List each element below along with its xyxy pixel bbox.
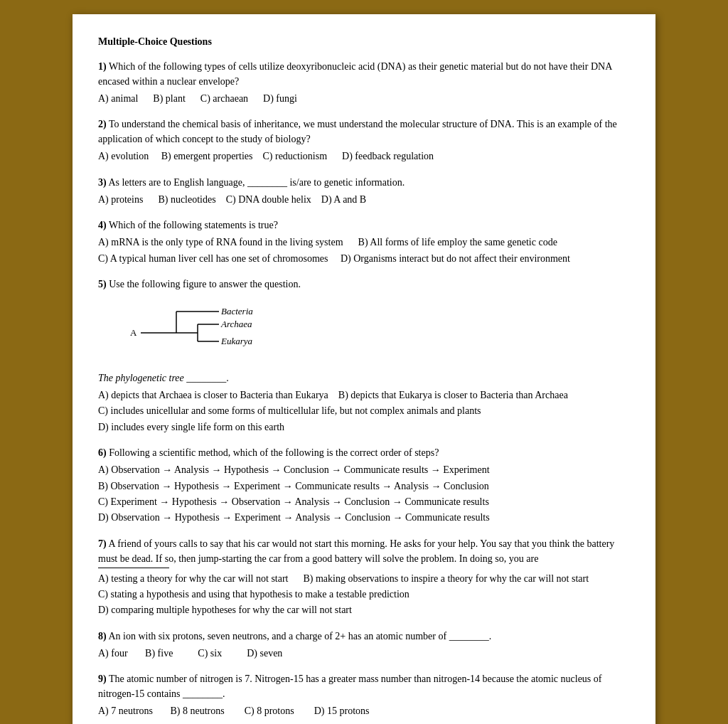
- page-title: Multiple-Choice Questions: [98, 34, 630, 49]
- q5-text: 5) Use the following figure to answer th…: [98, 277, 630, 292]
- q3-text: 3) As letters are to English language, _…: [98, 175, 630, 190]
- question-8: 8) An ion with six protons, seven neutro…: [98, 629, 630, 661]
- q9-text: 9) The atomic number of nitrogen is 7. N…: [98, 671, 630, 701]
- tree-label-bacteria: Bacteria: [221, 306, 253, 316]
- q9-answers: A) 7 neutrons B) 8 neutrons C) 8 protons…: [98, 703, 630, 719]
- q7-answers: A) testing a theory for why the car will…: [98, 571, 630, 619]
- question-4: 4) Which of the following statements is …: [98, 218, 630, 267]
- q7-text: 7) A friend of yours calls to say that h…: [98, 536, 630, 566]
- q3-number: 3): [98, 177, 107, 188]
- q6-answer-d: D) Observation → Hypothesis → Experiment…: [98, 510, 630, 526]
- q6-number: 6): [98, 447, 107, 458]
- q5-number: 5): [98, 279, 107, 289]
- q5-caption: The phylogenetic tree ________.: [98, 371, 630, 385]
- question-1: 1) Which of the following types of cells…: [98, 59, 630, 107]
- question-2: 2) To understand the chemical basis of i…: [98, 117, 630, 164]
- header-block: Multiple-Choice Questions: [98, 34, 630, 49]
- q6-answers: A) Observation → Analysis → Hypothesis →…: [98, 462, 630, 526]
- q6-answer-b: B) Observation → Hypothesis → Experiment…: [98, 479, 630, 494]
- q4-answer-c: C) A typical human liver cell has one se…: [98, 251, 630, 267]
- question-6: 6) Following a scientific method, which …: [98, 445, 630, 526]
- question-5: 5) Use the following figure to answer th…: [98, 277, 630, 435]
- phylo-tree-container: A Bacteria Archaea Eukarya: [127, 297, 630, 365]
- q1-text: 1) Which of the following types of cells…: [98, 59, 630, 89]
- q2-number: 2): [98, 119, 107, 129]
- tree-label-eukarya: Eukarya: [220, 336, 253, 346]
- blank-line: [98, 568, 169, 568]
- q4-text: 4) Which of the following statements is …: [98, 218, 630, 233]
- tree-label-archaea: Archaea: [220, 319, 252, 329]
- q6-answer-a: A) Observation → Analysis → Hypothesis →…: [98, 462, 630, 478]
- q6-text: 6) Following a scientific method, which …: [98, 445, 630, 460]
- phylo-tree-svg: A Bacteria Archaea Eukarya: [127, 297, 297, 365]
- q5-answers: A) depicts that Archaea is closer to Bac…: [98, 388, 630, 435]
- q8-answers: A) four B) five C) six D) seven: [98, 646, 630, 661]
- q2-text: 2) To understand the chemical basis of i…: [98, 117, 630, 147]
- q1-number: 1): [98, 61, 107, 72]
- q2-answers: A) evolution B) emergent properties C) r…: [98, 149, 630, 164]
- q8-text: 8) An ion with six protons, seven neutro…: [98, 629, 630, 644]
- q7-answer-d: D) comparing multiple hypotheses for why…: [98, 602, 630, 618]
- q4-answers: A) mRNA is the only type of RNA found in…: [98, 235, 630, 267]
- q8-number: 8): [98, 631, 107, 642]
- q3-answers: A) proteins B) nucleotides C) DNA double…: [98, 192, 630, 208]
- q7-answer-a: A) testing a theory for why the car will…: [98, 571, 630, 587]
- q5-answer-c: C) includes unicellular and some forms o…: [98, 403, 630, 419]
- q4-answer-a: A) mRNA is the only type of RNA found in…: [98, 235, 630, 250]
- q7-answer-c: C) stating a hypothesis and using that h…: [98, 587, 630, 602]
- q1-answers: A) animal B) plant C) archaean D) fungi: [98, 91, 630, 107]
- question-3: 3) As letters are to English language, _…: [98, 175, 630, 208]
- q4-number: 4): [98, 220, 107, 230]
- tree-label-a: A: [130, 327, 137, 338]
- q6-answer-c: C) Experiment → Hypothesis → Observation…: [98, 494, 630, 510]
- paper: Multiple-Choice Questions 1) Which of th…: [73, 14, 655, 724]
- question-9: 9) The atomic number of nitrogen is 7. N…: [98, 671, 630, 719]
- q9-number: 9): [98, 674, 107, 684]
- q5-answer-a: A) depicts that Archaea is closer to Bac…: [98, 388, 630, 403]
- q7-number: 7): [98, 538, 107, 549]
- q5-answer-d: D) includes every single life form on th…: [98, 420, 630, 435]
- question-7: 7) A friend of yours calls to say that h…: [98, 536, 630, 619]
